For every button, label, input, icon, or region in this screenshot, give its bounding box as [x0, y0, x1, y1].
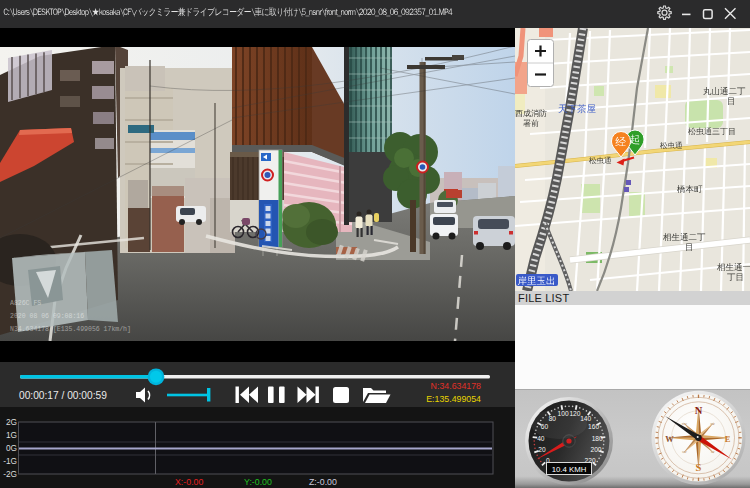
svg-text:1G: 1G	[6, 430, 17, 440]
svg-text:Z:-0.00: Z:-0.00	[309, 477, 337, 487]
svg-text:2G: 2G	[6, 417, 17, 427]
svg-text:sw: sw	[682, 449, 687, 454]
svg-text:160: 160	[588, 423, 599, 430]
svg-text:ne: ne	[710, 421, 714, 426]
svg-text:-2G: -2G	[3, 469, 17, 479]
svg-text:X:-0.00: X:-0.00	[175, 477, 203, 487]
svg-text:180: 180	[592, 435, 603, 442]
svg-text:0G: 0G	[6, 443, 17, 453]
svg-text:N:34.634178: N:34.634178	[431, 381, 481, 391]
svg-text:S: S	[696, 462, 702, 473]
svg-text:se: se	[711, 449, 715, 454]
svg-text:E:135.499054: E:135.499054	[426, 394, 481, 404]
svg-text:E: E	[725, 434, 731, 444]
svg-text:10.4 KMH: 10.4 KMH	[552, 465, 587, 474]
svg-text:Y:-0.00: Y:-0.00	[244, 477, 272, 487]
svg-text:nw: nw	[682, 421, 687, 426]
svg-text:N34.634178 [E135.499056 17km/h: N34.634178 [E135.499056 17km/h]	[10, 326, 131, 333]
svg-text:00:00:17 / 00:00:59: 00:00:17 / 00:00:59	[19, 390, 107, 401]
svg-text:-1G: -1G	[3, 456, 17, 466]
svg-text:200: 200	[590, 446, 601, 453]
svg-text:20: 20	[538, 446, 546, 453]
svg-text:A826C FS: A826C FS	[10, 300, 41, 307]
svg-text:2020 08 06 09:08:16: 2020 08 06 09:08:16	[10, 313, 84, 320]
svg-text:W: W	[665, 434, 674, 444]
svg-text:N: N	[695, 405, 703, 416]
